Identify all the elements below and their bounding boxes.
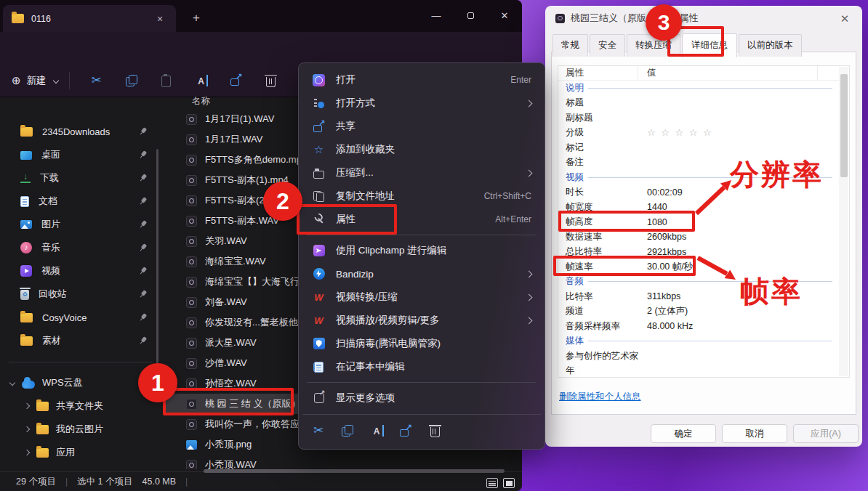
menu-item[interactable]: Bandizip: [302, 262, 541, 285]
copy-icon: [126, 75, 137, 86]
media-icon: [186, 419, 197, 430]
menu-item[interactable]: [307, 235, 537, 235]
scrollbar-thumb[interactable]: [840, 74, 848, 177]
sidebar-item[interactable]: 音乐: [0, 236, 161, 259]
chevron-right-icon[interactable]: [24, 426, 30, 432]
new-button[interactable]: ⊕ 新建: [12, 74, 58, 87]
wps-icon: [313, 292, 325, 302]
tencent-shield-icon: [313, 338, 325, 349]
videos-icon: [20, 265, 32, 277]
context-menu: 打开 Enter 打开方式 共享: [298, 62, 545, 450]
file-row[interactable]: 小秃顶.WAV: [164, 455, 500, 469]
menu-item[interactable]: 显示更多选项: [302, 386, 541, 410]
toolbar-button[interactable]: [114, 66, 149, 95]
status-bar: 29 个项目 | 选中 1 个项目 45.0 MB |: [0, 471, 522, 491]
dialog-tab[interactable]: 以前的版本: [739, 34, 802, 57]
quick-action-button[interactable]: [391, 420, 420, 442]
open-with-icon: [314, 98, 324, 108]
menu-item[interactable]: 打开方式: [302, 92, 541, 115]
compress-icon: [313, 171, 324, 179]
sidebar-item[interactable]: 2345Downloads: [0, 120, 161, 143]
menu-item[interactable]: 添加到收藏夹: [302, 138, 541, 161]
chevron-right-icon: [526, 317, 533, 324]
menu-item[interactable]: 在记事本中编辑: [302, 355, 541, 378]
media-icon: [186, 338, 197, 349]
quick-action-button[interactable]: [420, 420, 449, 442]
pin-icon: [137, 126, 149, 138]
chevron-right-icon: [526, 100, 533, 107]
sidebar-item[interactable]: 下载: [0, 166, 161, 190]
toolbar-button[interactable]: [184, 66, 219, 95]
chevron-right-icon: [526, 169, 533, 176]
media-icon: [186, 114, 197, 125]
sidebar-item[interactable]: 素材: [0, 329, 161, 352]
menu-item[interactable]: 使用 Clipchamp 进行编辑: [302, 239, 541, 262]
dialog-tab[interactable]: 安全: [590, 34, 625, 57]
tab-title: 0116: [31, 14, 51, 24]
details-scrollbar[interactable]: [839, 67, 848, 376]
detail-row: 说明: [558, 81, 838, 96]
explorer-tab[interactable]: 0116 ×: [3, 5, 176, 32]
ok-button[interactable]: 确定: [651, 424, 716, 443]
toolbar-button[interactable]: [219, 66, 254, 95]
remove-properties-link[interactable]: 删除属性和个人信息: [559, 391, 641, 403]
desktop: 0116 × + — ✕ ← → ↑ ↻ …: [0, 0, 868, 491]
tab-close-icon[interactable]: ×: [153, 13, 167, 25]
cancel-button[interactable]: 取消: [722, 424, 787, 443]
media-icon: [186, 358, 197, 369]
folder-icon: [20, 313, 33, 322]
sidebar-tree-item[interactable]: 应用: [0, 441, 161, 464]
quick-action-button[interactable]: [362, 420, 391, 442]
dialog-tab[interactable]: 常规: [552, 34, 588, 57]
detail-row: 参与创作的艺术家: [558, 349, 838, 364]
quick-action-button[interactable]: [333, 420, 362, 442]
sidebar-item[interactable]: 文档: [0, 190, 161, 213]
chevron-right-icon[interactable]: [24, 403, 30, 409]
folder-icon: [12, 14, 24, 23]
minimize-button[interactable]: —: [419, 1, 453, 29]
close-button[interactable]: ✕: [488, 1, 521, 29]
chevron-down-icon[interactable]: [9, 380, 15, 386]
sidebar-item[interactable]: CosyVoice: [0, 306, 161, 329]
menu-item[interactable]: 视频转换/压缩: [302, 285, 541, 309]
share-icon: [313, 121, 325, 132]
toolbar-button[interactable]: [149, 66, 184, 95]
menu-item[interactable]: [307, 382, 537, 383]
maximize-button[interactable]: [454, 1, 487, 29]
address-bar-row: ← → ↑ ↻ … AI: [0, 32, 522, 64]
thumbnail-view-icon[interactable]: [503, 478, 515, 488]
menu-item[interactable]: 扫描病毒(腾讯电脑管家): [302, 332, 541, 355]
detail-row: 音频采样频率 48.000 kHz: [558, 319, 838, 334]
sidebar-item[interactable]: 图片: [0, 213, 161, 236]
horizontal-scrollbar[interactable]: [204, 469, 505, 473]
sidebar-item[interactable]: 回收站: [0, 283, 161, 306]
highlight-box-frame-rate: [553, 256, 696, 276]
pin-icon: [137, 265, 149, 277]
pin-icon: [137, 195, 149, 208]
sidebar-tree-item[interactable]: 我的云图片: [0, 418, 161, 441]
menu-item[interactable]: 视频播放/视频剪辑/更多: [302, 309, 541, 332]
quick-action-button[interactable]: [304, 420, 333, 442]
sidebar-item-wps-cloud[interactable]: WPS云盘: [0, 371, 161, 394]
toolbar-button[interactable]: [254, 66, 289, 95]
resolution-arrow: [691, 179, 734, 219]
menu-item[interactable]: 压缩到...: [302, 161, 541, 184]
chevron-right-icon[interactable]: [24, 450, 30, 455]
menu-item[interactable]: 共享: [302, 115, 541, 138]
sidebar-scrollbar[interactable]: [156, 149, 158, 363]
details-view-icon[interactable]: [486, 478, 498, 488]
detail-row: 标题: [558, 96, 838, 111]
sidebar-item[interactable]: 桌面: [0, 143, 161, 166]
cloud-icon: [22, 381, 35, 389]
pin-icon: [137, 172, 149, 184]
toolbar-divider: [69, 72, 70, 89]
new-tab-button[interactable]: +: [186, 9, 206, 28]
sidebar-item[interactable]: 视频: [0, 259, 161, 283]
toolbar-button[interactable]: [79, 66, 114, 95]
pin-icon: [137, 335, 149, 347]
sidebar-tree-item[interactable]: 共享文件夹: [0, 394, 161, 418]
dialog-close-icon[interactable]: ✕: [837, 12, 852, 26]
step-2-badge: 2: [263, 182, 302, 221]
menu-item[interactable]: 打开 Enter: [302, 68, 541, 92]
selection-size: 45.0 MB: [142, 476, 177, 487]
